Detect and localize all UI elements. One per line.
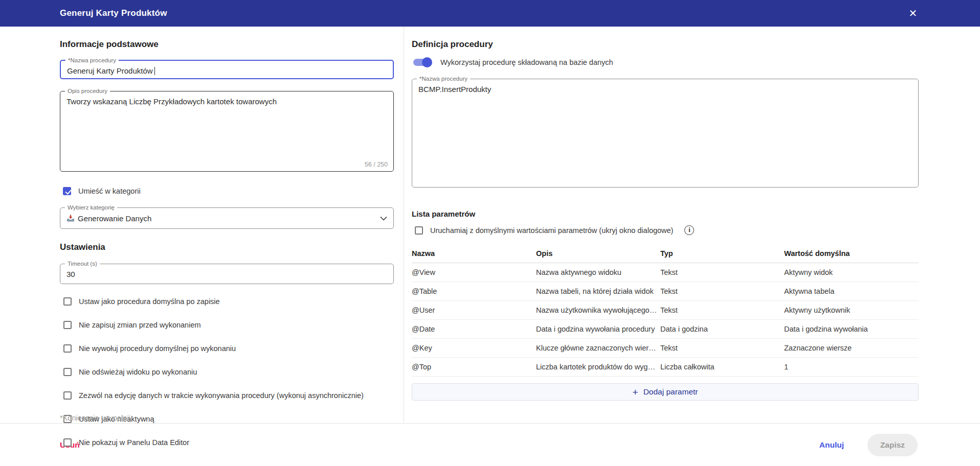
procedure-description-field[interactable]: Opis procedury Tworzy wskazaną Liczbę Pr… — [60, 91, 394, 172]
required-fields-note: *Koniecznie uzupełnij — [60, 414, 130, 422]
procedure-name-field[interactable]: *Nazwa procedury Generuj Karty Produktów — [60, 60, 394, 79]
place-in-category-checkbox[interactable] — [63, 187, 71, 195]
info-icon[interactable]: i — [684, 225, 694, 235]
settings-options: Ustaw jako procedura domyślna po zapisie… — [60, 296, 394, 454]
parameters-table: Nazwa Opis Typ Wartość domyślna @ViewNaz… — [412, 246, 919, 377]
toggle-thumb — [422, 57, 432, 67]
option-hide-in-data-editor[interactable]: Nie pokazuj w Panelu Data Editor — [63, 437, 394, 448]
category-select-label: Wybierz kategorię — [65, 204, 117, 211]
category-select[interactable]: Wybierz kategorię Generowanie Danych — [60, 207, 394, 229]
procedure-name-label: *Nazwa procedury — [65, 57, 119, 64]
stored-procedure-name-value: BCMP.InsertProdukty — [412, 79, 918, 98]
char-counter: 56 / 250 — [365, 161, 388, 168]
column-header-default: Wartość domyślna — [784, 246, 919, 263]
parameters-heading: Lista parametrów — [412, 209, 919, 218]
save-button[interactable]: Zapisz — [867, 434, 918, 456]
category-icon — [66, 214, 75, 222]
dialog-titlebar: Generuj Karty Produktów ✕ — [0, 0, 980, 27]
place-in-category-checkbox-row[interactable]: Umieść w kategorii — [63, 187, 394, 195]
table-row[interactable]: @TableNazwa tabeli, na której działa wid… — [412, 282, 919, 301]
timeout-value: 30 — [60, 264, 393, 283]
run-with-defaults-checkbox[interactable] — [415, 226, 423, 235]
table-header-row: Nazwa Opis Typ Wartość domyślna — [412, 246, 919, 263]
procedure-description-value: Tworzy wskazaną Liczbę Przykładowych kar… — [60, 91, 393, 110]
stored-procedure-toggle-label: Wykorzystaj procedurę składowaną na bazi… — [440, 58, 613, 66]
option-default-after-save[interactable]: Ustaw jako procedura domyślna po zapisie — [63, 296, 394, 307]
close-icon[interactable]: ✕ — [905, 5, 921, 21]
option-checkbox[interactable] — [63, 391, 72, 400]
option-checkbox[interactable] — [63, 344, 72, 353]
place-in-category-label: Umieść w kategorii — [78, 187, 141, 195]
stored-procedure-toggle-row: Wykorzystaj procedurę składowaną na bazi… — [413, 58, 919, 66]
option-checkbox[interactable] — [63, 321, 72, 329]
option-no-refresh-view[interactable]: Nie odświeżaj widoku po wykonaniu — [63, 367, 394, 377]
stored-procedure-name-field[interactable]: *Nazwa procedury BCMP.InsertProdukty — [412, 79, 919, 188]
option-checkbox[interactable] — [63, 297, 72, 306]
text-caret — [154, 67, 155, 75]
table-row[interactable]: @KeyKlucze główne zaznaczonych wier…Teks… — [412, 339, 919, 358]
option-checkbox[interactable] — [63, 368, 72, 376]
procedure-description-label: Opis procedury — [65, 88, 110, 95]
settings-heading: Ustawienia — [60, 242, 394, 252]
chevron-down-icon — [380, 216, 387, 221]
category-select-value: Generowanie Danych — [78, 214, 151, 223]
run-with-defaults-row: Uruchamiaj z domyślnymi wartościami para… — [415, 225, 919, 235]
plus-icon: + — [633, 387, 638, 397]
add-parameter-button[interactable]: + Dodaj parametr — [412, 383, 919, 401]
column-header-name: Nazwa — [412, 246, 536, 263]
cancel-button[interactable]: Anuluj — [819, 440, 844, 450]
option-no-save-before-run[interactable]: Nie zapisuj zmian przed wykonaniem — [63, 320, 394, 330]
timeout-label: Timeout (s) — [65, 261, 100, 267]
table-row[interactable]: @TopLiczba kartotek produktów do wyg…Lic… — [412, 358, 919, 377]
dialog-body: Informacje podstawowe *Nazwa procedury G… — [0, 27, 980, 423]
option-no-default-after-run[interactable]: Nie wywołuj procedury domyślnej po wykon… — [63, 343, 394, 354]
table-row[interactable]: @ViewNazwa aktywnego widokuTekstAktywny … — [412, 263, 919, 282]
option-checkbox[interactable] — [63, 438, 72, 447]
table-row[interactable]: @UserNazwa użytkownika wywołującego…Teks… — [412, 301, 919, 320]
stored-procedure-toggle[interactable] — [413, 59, 431, 66]
column-header-description: Opis — [536, 246, 660, 263]
option-allow-edit-async[interactable]: Zezwól na edycję danych w trakcie wykony… — [63, 390, 394, 401]
procedure-dialog: Generuj Karty Produktów ✕ Informacje pod… — [0, 0, 980, 466]
add-parameter-label: Dodaj parametr — [643, 387, 698, 397]
run-with-defaults-label: Uruchamiaj z domyślnymi wartościami para… — [430, 226, 673, 235]
stored-procedure-name-label: *Nazwa procedury — [417, 76, 470, 82]
procedure-definition-panel: Definicja procedury Wykorzystaj procedur… — [404, 27, 980, 423]
table-row[interactable]: @DateData i godzina wywołania proceduryD… — [412, 320, 919, 339]
dialog-title: Generuj Karty Produktów — [60, 8, 167, 18]
procedure-definition-heading: Definicja procedury — [412, 39, 919, 50]
column-header-type: Typ — [660, 246, 784, 263]
basic-info-heading: Informacje podstawowe — [60, 39, 394, 50]
basic-info-panel: Informacje podstawowe *Nazwa procedury G… — [0, 27, 404, 423]
timeout-field[interactable]: Timeout (s) 30 — [60, 264, 394, 284]
